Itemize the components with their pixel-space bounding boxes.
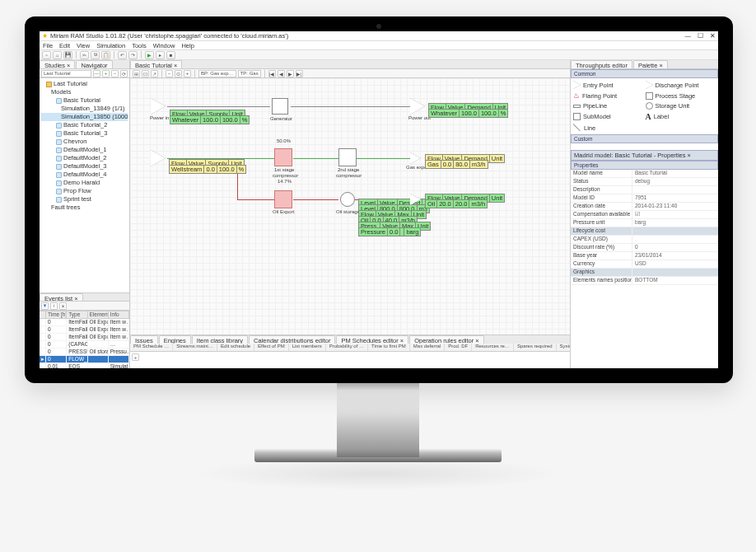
redo-icon[interactable]: ↷ [128, 51, 138, 59]
open-icon[interactable]: ⌂ [53, 51, 62, 59]
maximize-button[interactable]: ☐ [698, 32, 703, 40]
add-icon[interactable]: + [102, 70, 110, 77]
events-body[interactable]: 0ItemFail…Oil ExportItem w…0ItemFail…Oil… [40, 319, 129, 368]
bottom-body[interactable]: + [130, 352, 570, 368]
col-header[interactable]: Resources re… [472, 344, 514, 351]
event-row[interactable]: 0ItemFail…Oil ExportItem w… [40, 319, 129, 326]
tab-diagram[interactable]: Basic Tutorial × [130, 60, 182, 68]
tab-op-rules[interactable]: Operation rules editor × [409, 335, 484, 344]
pal-entry-point[interactable]: Entry Point [573, 81, 644, 89]
pal-flaring-point[interactable]: ♨Flaring Point [573, 91, 644, 100]
col-header[interactable]: Time to first PM [368, 344, 410, 351]
node-wellstream[interactable] [151, 150, 166, 166]
play-icon[interactable]: ▶ [145, 51, 154, 59]
col-header[interactable]: Max deferral [410, 344, 445, 351]
property-row[interactable]: Graphics [571, 269, 718, 277]
undo-icon[interactable]: ↶ [118, 51, 127, 59]
pal-storage-unit[interactable]: Storage Unit [646, 102, 716, 110]
tab-issues[interactable]: Issues [130, 335, 158, 344]
collapse-icon[interactable]: — [93, 70, 100, 77]
property-row[interactable]: Model ID7951 [571, 194, 718, 203]
property-row[interactable]: Base year23/01/2014 [571, 252, 718, 260]
fwd-icon[interactable]: ▶ [287, 70, 294, 77]
paste-icon[interactable]: 📋 [101, 51, 110, 59]
back-icon[interactable]: ◀ [278, 70, 285, 77]
col-header[interactable]: Edit schedule [217, 344, 254, 351]
menu-window[interactable]: Window [153, 42, 175, 49]
col-header[interactable]: List members [289, 344, 326, 351]
node-gas-export[interactable] [410, 152, 421, 164]
property-row[interactable]: Discount rate (%)0 [571, 244, 718, 252]
menu-bar[interactable]: File Edit View Simulation Tools Window H… [40, 41, 718, 50]
properties-group[interactable]: Properties [571, 161, 718, 170]
snap-icon[interactable]: ⊡ [142, 70, 149, 77]
event-row[interactable]: 0(CAPACI…… [40, 341, 129, 349]
event-row[interactable]: 0ItemFail…Oil ExportItem w… [40, 326, 129, 334]
col-header[interactable]: Spares required [514, 344, 557, 351]
col-header[interactable]: Streams maint… [173, 344, 217, 351]
property-row[interactable]: Description [571, 186, 718, 194]
stop-icon[interactable]: ■ [166, 51, 175, 59]
pal-discharge-point[interactable]: Discharge Point [646, 81, 716, 89]
col-header[interactable]: Effect of PM [254, 344, 289, 351]
minimize-button[interactable]: — [685, 32, 692, 40]
pal-process-stage[interactable]: Process Stage [646, 91, 716, 100]
info-icon[interactable]: i [50, 302, 58, 310]
close-button[interactable]: ✕ [710, 32, 716, 40]
tab-studies[interactable]: Studies × [40, 60, 75, 68]
menu-help[interactable]: Help [181, 42, 194, 49]
property-row[interactable]: CurrencyUSD [571, 260, 718, 269]
property-row[interactable]: Compensation available☑ [571, 211, 718, 219]
copy-icon[interactable]: ⧉ [91, 51, 100, 59]
pal-label[interactable]: ALabel [646, 112, 716, 121]
property-row[interactable]: Lifecycle cost [571, 227, 718, 236]
bp-select[interactable]: BP: Gas exp… [198, 70, 236, 77]
node-power-out[interactable] [410, 98, 425, 115]
diagram-canvas[interactable]: Power in FlowValueSupplyUnit Whatever100… [130, 78, 570, 334]
remove-icon[interactable]: − [111, 70, 119, 77]
tab-throughputs[interactable]: Throughputs editor [571, 60, 632, 68]
tab-navigator[interactable]: Navigator [76, 60, 112, 68]
zoom-in-icon[interactable]: + [184, 70, 191, 77]
node-1st-stage[interactable] [274, 148, 292, 166]
node-power-in[interactable] [151, 98, 166, 115]
node-generator[interactable] [272, 98, 288, 115]
tab-item-lib[interactable]: Item class library [192, 335, 248, 344]
palette-group-custom[interactable]: Custom [571, 134, 718, 143]
property-row[interactable]: Model nameBasic Tutorial [571, 170, 718, 178]
tp-select[interactable]: TP: Gas [238, 70, 261, 77]
event-row[interactable]: 0ItemFail…Oil ExportItem w… [40, 334, 129, 341]
pal-line[interactable]: Line [573, 124, 644, 132]
palette-group-common[interactable]: Common [571, 69, 718, 78]
rewind-icon[interactable]: |◀ [268, 70, 276, 77]
node-oil-storage[interactable] [340, 192, 355, 207]
zoom-fit-icon[interactable]: ⊙ [175, 70, 182, 77]
menu-file[interactable]: File [43, 42, 53, 49]
node-2nd-stage[interactable] [338, 148, 357, 166]
model-tree[interactable]: Last Tutorial Models Basic Tutorial Simu… [40, 78, 129, 292]
add-row-icon[interactable]: + [132, 353, 139, 361]
property-row[interactable]: Creation date2014-01-23 11:40 [571, 203, 718, 211]
node-oil-out[interactable] [410, 194, 421, 205]
tab-engines[interactable]: Engines [159, 335, 191, 344]
filter-icon[interactable]: ▼ [41, 302, 49, 310]
grid-icon[interactable]: ⊞ [133, 70, 140, 77]
menu-simulation[interactable]: Simulation [96, 42, 125, 49]
tab-palette[interactable]: Palette × [633, 60, 668, 68]
event-row[interactable]: 0PRESSU…Oil storagePressu… [40, 349, 129, 356]
clear-icon[interactable]: ✕ [59, 302, 67, 310]
menu-edit[interactable]: Edit [59, 42, 70, 49]
arrow-icon[interactable]: ↗ [151, 70, 158, 77]
property-row[interactable]: Pressure unitbarg [571, 219, 718, 227]
properties-table[interactable]: Model nameBasic TutorialStatusdebugDescr… [571, 170, 718, 368]
property-row[interactable]: Statusdebug [571, 178, 718, 186]
step-icon[interactable]: ▸ [156, 51, 165, 59]
zoom-out-icon[interactable]: − [166, 70, 173, 77]
tab-events[interactable]: Events list × [40, 293, 83, 301]
save-icon[interactable]: 💾 [63, 51, 72, 59]
col-header[interactable]: Prod. DF [445, 344, 472, 351]
property-row[interactable]: CAPEX (USD) [571, 236, 718, 244]
menu-view[interactable]: View [77, 42, 90, 49]
node-oil-export[interactable] [274, 190, 292, 208]
col-header[interactable]: PM Schedule … [130, 344, 173, 351]
